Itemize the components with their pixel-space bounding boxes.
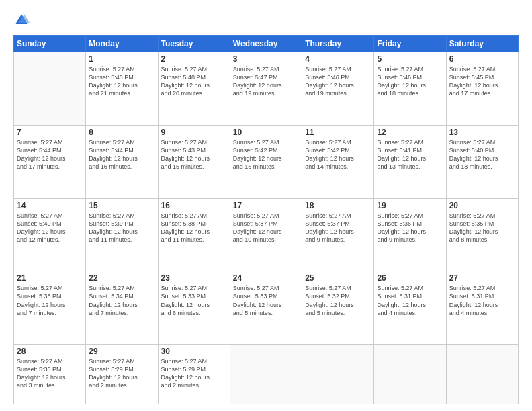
day-number: 11 (305, 128, 371, 137)
day-info: Sunrise: 5:27 AM Sunset: 5:41 PM Dayligh… (377, 138, 443, 171)
day-info: Sunrise: 5:27 AM Sunset: 5:40 PM Dayligh… (449, 138, 515, 171)
calendar-cell: 30Sunrise: 5:27 AM Sunset: 5:29 PM Dayli… (158, 345, 230, 404)
calendar-header: SundayMondayTuesdayWednesdayThursdayFrid… (14, 36, 519, 52)
calendar-cell (446, 345, 518, 404)
calendar-cell: 29Sunrise: 5:27 AM Sunset: 5:29 PM Dayli… (86, 345, 158, 404)
day-info: Sunrise: 5:27 AM Sunset: 5:45 PM Dayligh… (449, 65, 515, 98)
day-info: Sunrise: 5:27 AM Sunset: 5:34 PM Dayligh… (89, 284, 154, 317)
day-number: 15 (89, 201, 154, 210)
day-info: Sunrise: 5:27 AM Sunset: 5:47 PM Dayligh… (233, 65, 299, 98)
day-number: 14 (17, 201, 83, 210)
weekday-header: Monday (86, 36, 158, 52)
calendar-cell: 15Sunrise: 5:27 AM Sunset: 5:39 PM Dayli… (86, 198, 158, 271)
day-info: Sunrise: 5:27 AM Sunset: 5:30 PM Dayligh… (17, 357, 83, 390)
calendar-cell: 8Sunrise: 5:27 AM Sunset: 5:44 PM Daylig… (86, 125, 158, 198)
day-number: 4 (305, 54, 371, 64)
calendar-cell: 28Sunrise: 5:27 AM Sunset: 5:30 PM Dayli… (14, 345, 86, 404)
day-info: Sunrise: 5:27 AM Sunset: 5:44 PM Dayligh… (89, 138, 154, 171)
day-info: Sunrise: 5:27 AM Sunset: 5:37 PM Dayligh… (233, 212, 299, 244)
day-info: Sunrise: 5:27 AM Sunset: 5:31 PM Dayligh… (377, 284, 443, 317)
day-info: Sunrise: 5:27 AM Sunset: 5:35 PM Dayligh… (449, 212, 515, 244)
day-info: Sunrise: 5:27 AM Sunset: 5:44 PM Dayligh… (17, 138, 83, 171)
day-info: Sunrise: 5:27 AM Sunset: 5:48 PM Dayligh… (161, 65, 227, 98)
calendar-cell (14, 52, 86, 126)
day-number: 2 (161, 54, 227, 64)
weekday-header: Saturday (446, 36, 518, 52)
day-number: 26 (377, 273, 443, 283)
day-number: 30 (161, 347, 227, 356)
calendar-cell: 4Sunrise: 5:27 AM Sunset: 5:46 PM Daylig… (302, 52, 374, 126)
calendar-cell: 10Sunrise: 5:27 AM Sunset: 5:42 PM Dayli… (230, 125, 302, 198)
calendar-cell: 24Sunrise: 5:27 AM Sunset: 5:33 PM Dayli… (230, 271, 302, 345)
weekday-header: Thursday (302, 36, 374, 52)
calendar-cell (374, 345, 446, 404)
day-number: 13 (449, 128, 515, 137)
logo-icon (13, 12, 30, 28)
day-number: 27 (449, 273, 515, 283)
day-number: 6 (449, 54, 515, 64)
day-info: Sunrise: 5:27 AM Sunset: 5:36 PM Dayligh… (377, 212, 443, 244)
calendar-cell: 20Sunrise: 5:27 AM Sunset: 5:35 PM Dayli… (446, 198, 518, 271)
calendar-cell: 23Sunrise: 5:27 AM Sunset: 5:33 PM Dayli… (158, 271, 230, 345)
calendar-week-row: 14Sunrise: 5:27 AM Sunset: 5:40 PM Dayli… (14, 198, 519, 271)
calendar-cell: 26Sunrise: 5:27 AM Sunset: 5:31 PM Dayli… (374, 271, 446, 345)
calendar-week-row: 7Sunrise: 5:27 AM Sunset: 5:44 PM Daylig… (14, 125, 519, 198)
calendar-body: 1Sunrise: 5:27 AM Sunset: 5:48 PM Daylig… (14, 52, 519, 404)
day-info: Sunrise: 5:27 AM Sunset: 5:42 PM Dayligh… (233, 138, 299, 171)
day-number: 22 (89, 273, 154, 283)
day-number: 28 (17, 347, 83, 356)
day-info: Sunrise: 5:27 AM Sunset: 5:33 PM Dayligh… (161, 284, 227, 317)
day-number: 23 (161, 273, 227, 283)
day-number: 3 (233, 54, 299, 64)
day-number: 21 (17, 273, 83, 283)
calendar-week-row: 21Sunrise: 5:27 AM Sunset: 5:35 PM Dayli… (14, 271, 519, 345)
calendar-cell (230, 345, 302, 404)
day-number: 7 (17, 128, 83, 137)
header (13, 12, 519, 28)
calendar-cell: 2Sunrise: 5:27 AM Sunset: 5:48 PM Daylig… (158, 52, 230, 126)
day-info: Sunrise: 5:27 AM Sunset: 5:29 PM Dayligh… (89, 357, 154, 390)
day-info: Sunrise: 5:27 AM Sunset: 5:33 PM Dayligh… (233, 284, 299, 317)
day-number: 20 (449, 201, 515, 210)
day-number: 24 (233, 273, 299, 283)
calendar-cell: 21Sunrise: 5:27 AM Sunset: 5:35 PM Dayli… (14, 271, 86, 345)
day-number: 1 (89, 54, 154, 64)
day-info: Sunrise: 5:27 AM Sunset: 5:29 PM Dayligh… (161, 357, 227, 390)
calendar-cell: 27Sunrise: 5:27 AM Sunset: 5:31 PM Dayli… (446, 271, 518, 345)
logo (13, 12, 32, 28)
page: SundayMondayTuesdayWednesdayThursdayFrid… (0, 0, 532, 411)
calendar-cell: 12Sunrise: 5:27 AM Sunset: 5:41 PM Dayli… (374, 125, 446, 198)
calendar-cell: 6Sunrise: 5:27 AM Sunset: 5:45 PM Daylig… (446, 52, 518, 126)
calendar-cell: 13Sunrise: 5:27 AM Sunset: 5:40 PM Dayli… (446, 125, 518, 198)
day-info: Sunrise: 5:27 AM Sunset: 5:37 PM Dayligh… (305, 212, 371, 244)
day-number: 16 (161, 201, 227, 210)
weekday-header: Tuesday (158, 36, 230, 52)
calendar-table: SundayMondayTuesdayWednesdayThursdayFrid… (13, 35, 519, 404)
calendar-cell: 17Sunrise: 5:27 AM Sunset: 5:37 PM Dayli… (230, 198, 302, 271)
day-number: 12 (377, 128, 443, 137)
calendar-cell: 3Sunrise: 5:27 AM Sunset: 5:47 PM Daylig… (230, 52, 302, 126)
calendar-cell: 22Sunrise: 5:27 AM Sunset: 5:34 PM Dayli… (86, 271, 158, 345)
calendar-cell: 16Sunrise: 5:27 AM Sunset: 5:38 PM Dayli… (158, 198, 230, 271)
calendar-cell: 14Sunrise: 5:27 AM Sunset: 5:40 PM Dayli… (14, 198, 86, 271)
calendar-week-row: 28Sunrise: 5:27 AM Sunset: 5:30 PM Dayli… (14, 345, 519, 404)
day-number: 17 (233, 201, 299, 210)
day-number: 8 (89, 128, 154, 137)
header-row: SundayMondayTuesdayWednesdayThursdayFrid… (14, 36, 519, 52)
calendar-cell: 5Sunrise: 5:27 AM Sunset: 5:46 PM Daylig… (374, 52, 446, 126)
calendar-cell: 19Sunrise: 5:27 AM Sunset: 5:36 PM Dayli… (374, 198, 446, 271)
day-info: Sunrise: 5:27 AM Sunset: 5:42 PM Dayligh… (305, 138, 371, 171)
weekday-header: Friday (374, 36, 446, 52)
calendar-cell: 9Sunrise: 5:27 AM Sunset: 5:43 PM Daylig… (158, 125, 230, 198)
day-info: Sunrise: 5:27 AM Sunset: 5:35 PM Dayligh… (17, 284, 83, 317)
day-info: Sunrise: 5:27 AM Sunset: 5:31 PM Dayligh… (449, 284, 515, 317)
calendar-cell: 7Sunrise: 5:27 AM Sunset: 5:44 PM Daylig… (14, 125, 86, 198)
day-info: Sunrise: 5:27 AM Sunset: 5:40 PM Dayligh… (17, 212, 83, 244)
day-number: 25 (305, 273, 371, 283)
day-info: Sunrise: 5:27 AM Sunset: 5:38 PM Dayligh… (161, 212, 227, 244)
calendar-cell: 18Sunrise: 5:27 AM Sunset: 5:37 PM Dayli… (302, 198, 374, 271)
day-number: 9 (161, 128, 227, 137)
calendar-week-row: 1Sunrise: 5:27 AM Sunset: 5:48 PM Daylig… (14, 52, 519, 126)
calendar-cell: 1Sunrise: 5:27 AM Sunset: 5:48 PM Daylig… (86, 52, 158, 126)
day-info: Sunrise: 5:27 AM Sunset: 5:39 PM Dayligh… (89, 212, 154, 244)
